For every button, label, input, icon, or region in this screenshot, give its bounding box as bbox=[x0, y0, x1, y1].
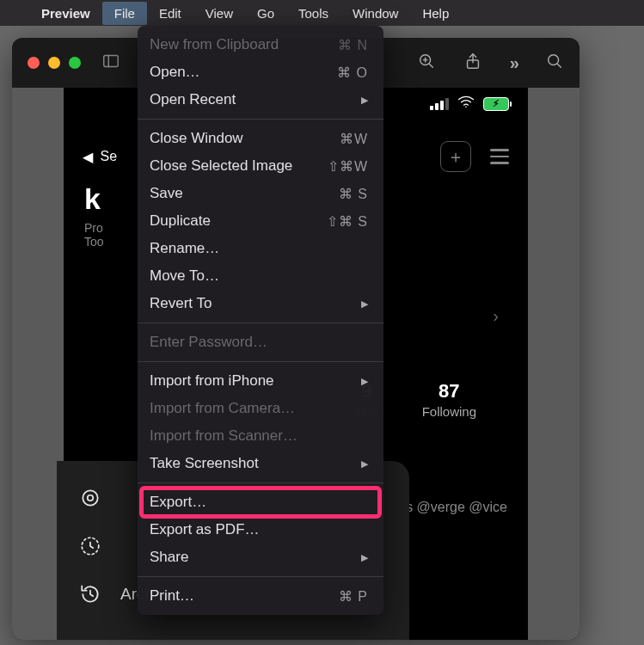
menu-item-label: Rename… bbox=[150, 240, 219, 257]
menu-item-new-from-clipboard: New from Clipboard⌘ N bbox=[138, 31, 383, 58]
phone-status-bar: ⚡︎ bbox=[430, 95, 509, 113]
menu-item-label: Export as PDF… bbox=[150, 521, 260, 538]
menu-item-open-recent[interactable]: Open Recent▶ bbox=[138, 86, 383, 114]
menu-help[interactable]: Help bbox=[410, 2, 461, 25]
svg-point-10 bbox=[83, 490, 97, 505]
menu-separator bbox=[138, 322, 383, 323]
submenu-chevron-icon: ▶ bbox=[361, 95, 368, 106]
menu-file[interactable]: File bbox=[102, 2, 147, 25]
stat-following[interactable]: 87 Following bbox=[422, 380, 476, 419]
menu-item-label: Close Selected Image bbox=[150, 157, 292, 175]
fullscreen-window-button[interactable] bbox=[69, 57, 81, 69]
menu-tools[interactable]: Tools bbox=[286, 2, 340, 25]
submenu-chevron-icon: ▶ bbox=[361, 458, 368, 470]
profile-detail-chevron-icon[interactable]: › bbox=[493, 306, 499, 326]
menu-item-print[interactable]: Print…⌘ P bbox=[138, 582, 383, 610]
menu-item-open[interactable]: Open…⌘ O bbox=[138, 58, 383, 86]
menu-item-close-selected-image[interactable]: Close Selected Image⇧⌘W bbox=[138, 152, 383, 180]
menu-item-label: Share bbox=[150, 549, 188, 566]
menu-item-label: Open… bbox=[150, 64, 200, 81]
menu-item-label: Move To… bbox=[150, 267, 219, 285]
menu-item-export[interactable]: Export… bbox=[138, 488, 383, 516]
keyboard-shortcut: ⌘W bbox=[340, 131, 368, 147]
menu-item-label: New from Clipboard bbox=[150, 36, 279, 53]
menu-item-import-from-scanner: Import from Scanner… bbox=[138, 422, 383, 450]
more-icon[interactable]: ›› bbox=[510, 53, 518, 73]
menu-item-label: Print… bbox=[150, 587, 194, 605]
profile-subtitle: Pro Too bbox=[84, 221, 104, 249]
keyboard-shortcut: ⇧⌘W bbox=[328, 158, 368, 175]
menu-item-label: Export… bbox=[150, 494, 206, 511]
keyboard-shortcut: ⌘ P bbox=[339, 588, 368, 605]
svg-point-9 bbox=[465, 106, 467, 108]
profile-heading: k Pro Too bbox=[84, 182, 104, 249]
macos-menubar: Preview File Edit View Go Tools Window H… bbox=[0, 0, 644, 26]
menu-item-label: Open Recent bbox=[150, 91, 236, 108]
menu-item-rename[interactable]: Rename… bbox=[138, 235, 383, 262]
svg-line-3 bbox=[429, 64, 432, 67]
menu-item-label: Import from iPhone bbox=[150, 372, 274, 390]
close-window-button[interactable] bbox=[28, 57, 40, 69]
battery-icon: ⚡︎ bbox=[483, 97, 509, 111]
keyboard-shortcut: ⌘ N bbox=[338, 37, 368, 53]
keyboard-shortcut: ⌘ S bbox=[339, 186, 368, 202]
menu-item-label: Take Screenshot bbox=[150, 455, 259, 472]
keyboard-shortcut: ⌘ O bbox=[337, 64, 368, 81]
sidebar-toggle-icon[interactable] bbox=[101, 52, 120, 74]
minimize-window-button[interactable] bbox=[48, 57, 60, 69]
menu-item-label: Import from Scanner… bbox=[150, 427, 297, 445]
menu-item-close-window[interactable]: Close Window⌘W bbox=[138, 125, 383, 152]
menu-item-move-to[interactable]: Move To… bbox=[138, 262, 383, 290]
menu-item-enter-password: Enter Password… bbox=[138, 329, 383, 356]
app-name[interactable]: Preview bbox=[29, 6, 102, 21]
menu-edit[interactable]: Edit bbox=[147, 2, 193, 25]
menu-window[interactable]: Window bbox=[340, 2, 410, 25]
menu-item-revert-to[interactable]: Revert To▶ bbox=[138, 290, 383, 317]
menu-view[interactable]: View bbox=[193, 2, 245, 25]
back-link[interactable]: ◀ Se bbox=[83, 149, 117, 165]
svg-line-8 bbox=[557, 64, 561, 67]
menu-item-import-from-iphone[interactable]: Import from iPhone▶ bbox=[138, 367, 383, 395]
menu-item-duplicate[interactable]: Duplicate⇧⌘ S bbox=[138, 207, 383, 235]
menu-item-share[interactable]: Share▶ bbox=[138, 544, 383, 571]
submenu-chevron-icon: ▶ bbox=[361, 376, 368, 387]
menu-icon[interactable] bbox=[490, 149, 509, 164]
menu-item-label: Close Window bbox=[150, 130, 243, 147]
menu-separator bbox=[138, 576, 383, 577]
search-icon[interactable] bbox=[545, 52, 564, 74]
menu-separator bbox=[138, 361, 383, 362]
menu-go[interactable]: Go bbox=[245, 2, 286, 25]
menu-item-label: Duplicate bbox=[150, 212, 211, 230]
cellular-signal-icon bbox=[430, 98, 449, 110]
file-menu-dropdown: New from Clipboard⌘ NOpen…⌘ OOpen Recent… bbox=[138, 26, 383, 615]
menu-separator bbox=[138, 119, 383, 120]
menu-item-label: Enter Password… bbox=[150, 334, 267, 351]
profile-name-partial: k bbox=[84, 182, 104, 216]
menu-item-save[interactable]: Save⌘ S bbox=[138, 180, 383, 207]
menu-item-label: Revert To bbox=[150, 295, 212, 312]
add-button[interactable]: ＋ bbox=[440, 141, 471, 172]
menu-separator bbox=[138, 482, 383, 483]
submenu-chevron-icon: ▶ bbox=[361, 298, 368, 310]
menu-item-take-screenshot[interactable]: Take Screenshot▶ bbox=[138, 450, 383, 477]
traffic-lights bbox=[28, 57, 81, 69]
zoom-in-icon[interactable] bbox=[417, 52, 436, 74]
menu-item-import-from-camera: Import from Camera… bbox=[138, 395, 383, 422]
keyboard-shortcut: ⇧⌘ S bbox=[327, 213, 368, 230]
svg-rect-0 bbox=[104, 56, 119, 67]
share-icon[interactable] bbox=[463, 52, 482, 74]
svg-point-11 bbox=[88, 495, 94, 501]
submenu-chevron-icon: ▶ bbox=[361, 552, 368, 563]
menu-item-label: Import from Camera… bbox=[150, 400, 295, 417]
menu-item-label: Save bbox=[150, 185, 183, 202]
wifi-icon bbox=[457, 95, 475, 113]
menu-item-export-as-pdf[interactable]: Export as PDF… bbox=[138, 516, 383, 544]
